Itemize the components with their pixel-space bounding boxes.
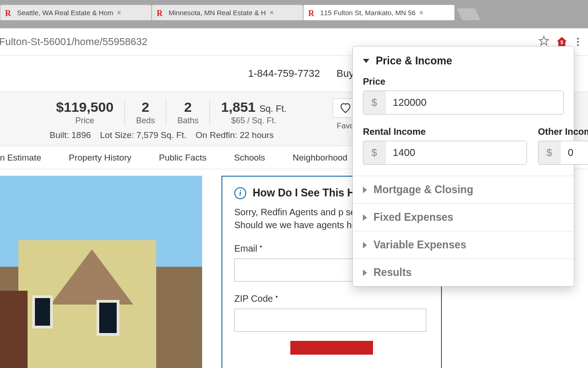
stat-price-label: Price — [56, 116, 113, 126]
ext-other-label: Other Income — [538, 126, 588, 137]
stat-built: Built: 1896 — [50, 130, 91, 140]
ext-section-title: Variable Expenses — [373, 239, 466, 251]
stat-lot: Lot Size: 7,579 Sq. Ft. — [100, 130, 187, 140]
caret-right-icon — [363, 214, 367, 221]
ext-price-input[interactable] — [385, 91, 563, 114]
dollar-prefix-icon: $ — [363, 141, 385, 164]
nav-buy[interactable]: Buy — [337, 68, 354, 80]
stat-on-redfin: On Redfin: 22 hours — [196, 130, 274, 140]
caret-right-icon — [363, 242, 367, 248]
redfin-favicon-icon: R — [5, 9, 13, 17]
ext-section-results[interactable]: Results — [353, 259, 574, 286]
zip-label: ZIP Code • — [234, 293, 429, 304]
browser-tab-active[interactable]: R 115 Fulton St, Mankato, MN 56 × — [303, 5, 455, 20]
stat-sqft: 1,851 Sq. Ft. $65 / Sq. Ft. — [210, 99, 297, 126]
submit-button[interactable] — [290, 341, 373, 355]
zip-input[interactable] — [234, 309, 426, 332]
tab-close-icon[interactable]: × — [117, 9, 121, 17]
property-photo[interactable] — [0, 176, 202, 368]
ext-section-title: Price & Income — [376, 55, 452, 67]
caret-right-icon — [363, 270, 367, 276]
header-phone: 1-844-759-7732 — [248, 68, 320, 80]
subnav-facts[interactable]: Public Facts — [159, 153, 206, 163]
dollar-prefix-icon: $ — [538, 141, 560, 164]
ext-price-income-body: Price $ Rental Income $ Other Income $ — [353, 70, 574, 176]
tab-title: 115 Fulton St, Mankato, MN 56 — [320, 9, 416, 17]
caret-down-icon — [363, 59, 369, 63]
ext-section-title: Mortgage & Closing — [373, 184, 473, 196]
stat-baths-label: Baths — [177, 116, 198, 126]
tab-title: Minnesota, MN Real Estate & H — [169, 9, 266, 17]
stat-baths: 2 Baths — [166, 99, 210, 126]
stat-sqft-value: 1,851 Sq. Ft. — [221, 99, 286, 115]
stat-price-value: $119,500 — [56, 99, 113, 115]
tab-close-icon[interactable]: × — [270, 9, 274, 17]
subnav-schools[interactable]: Schools — [234, 153, 265, 163]
info-icon: i — [234, 187, 246, 199]
ext-rental-label: Rental Income — [363, 126, 527, 137]
tab-title: Seattle, WA Real Estate & Hom — [17, 9, 113, 17]
new-tab-button[interactable] — [457, 8, 481, 20]
stat-baths-value: 2 — [177, 99, 198, 115]
inquiry-heading: How Do I See This Ho — [253, 187, 361, 199]
svg-text:$: $ — [560, 40, 563, 45]
browser-chrome: R Seattle, WA Real Estate & Hom × R Minn… — [0, 0, 588, 28]
ext-section-title: Results — [373, 266, 412, 279]
tab-close-icon[interactable]: × — [419, 9, 424, 17]
ext-section-mortgage[interactable]: Mortgage & Closing — [353, 176, 574, 203]
stat-price-per-sqft: $65 / Sq. Ft. — [221, 116, 286, 126]
browser-menu-icon[interactable] — [574, 38, 582, 46]
ext-section-variable[interactable]: Variable Expenses — [353, 231, 574, 259]
browser-tab[interactable]: R Minnesota, MN Real Estate & H × — [152, 5, 303, 20]
stat-price: $119,500 Price — [9, 99, 125, 126]
ext-rental-field[interactable]: $ — [363, 141, 527, 165]
browser-tab[interactable]: R Seattle, WA Real Estate & Hom × — [0, 5, 152, 20]
subnav-estimate[interactable]: n Estimate — [0, 153, 41, 163]
ext-rental-input[interactable] — [385, 141, 526, 164]
ext-other-field[interactable]: $ — [538, 141, 588, 165]
svg-marker-0 — [539, 36, 548, 45]
heart-icon — [339, 102, 352, 114]
ext-section-price-income[interactable]: Price & Income — [353, 46, 574, 70]
stat-beds-label: Beds — [136, 116, 155, 126]
caret-right-icon — [363, 187, 367, 193]
redfin-favicon-icon: R — [308, 9, 317, 17]
ext-price-label: Price — [363, 76, 564, 87]
ext-section-title: Fixed Expenses — [373, 211, 453, 224]
ext-other-input[interactable] — [560, 141, 588, 164]
redfin-favicon-icon: R — [157, 9, 165, 17]
ext-price-field[interactable]: $ — [363, 91, 564, 115]
subnav-history[interactable]: Property History — [69, 153, 131, 163]
stat-beds: 2 Beds — [125, 99, 166, 126]
extension-popup: Price & Income Price $ Rental Income $ O… — [352, 46, 574, 287]
stat-beds-value: 2 — [136, 99, 155, 115]
tab-strip: R Seattle, WA Real Estate & Hom × R Minn… — [0, 0, 588, 20]
dollar-prefix-icon: $ — [363, 91, 385, 114]
subnav-neighborhood[interactable]: Neighborhood — [293, 153, 347, 163]
ext-section-fixed[interactable]: Fixed Expenses — [353, 203, 574, 231]
